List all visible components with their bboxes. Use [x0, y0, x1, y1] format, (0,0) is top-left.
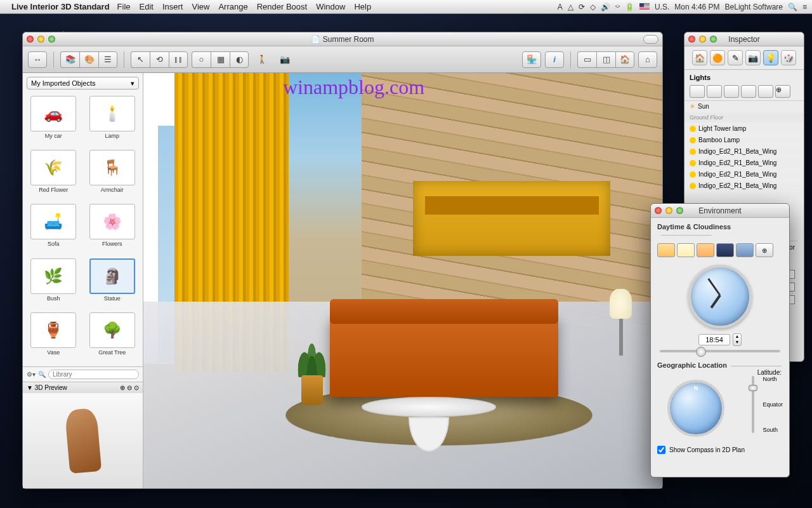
zoom-in-icon[interactable]: ⊕	[120, 384, 125, 391]
tab-building[interactable]: 🎲	[781, 50, 796, 65]
app-name[interactable]: Live Interior 3D Standard	[11, 2, 110, 11]
daytime-clock[interactable]	[688, 265, 752, 328]
close-button[interactable]	[27, 36, 34, 43]
light-row[interactable]: Indigo_Ed2_R1_Beta_Wing	[684, 169, 804, 180]
library-item[interactable]: 🚗My car	[25, 96, 82, 147]
menu-arrange[interactable]: Arrange	[218, 2, 247, 11]
camera-icon[interactable]: 📷	[275, 51, 294, 68]
library-item[interactable]: 🌾Red Flower	[25, 150, 82, 201]
library-item[interactable]: 🪑Armchair	[84, 150, 141, 201]
light-row[interactable]: Indigo_Ed2_R1_Beta_Wing	[684, 157, 804, 169]
library-search-input[interactable]	[48, 370, 139, 379]
notification-center-icon[interactable]: ≡	[802, 3, 807, 11]
tab-lights[interactable]: 💡	[763, 50, 778, 65]
main-titlebar[interactable]: 📄 Summer Room	[23, 32, 662, 46]
wifi-icon[interactable]: ⌔	[615, 3, 620, 11]
menu-renderboost[interactable]: Render Boost	[257, 2, 308, 11]
adobe-icon[interactable]: A	[558, 3, 563, 11]
menu-file[interactable]: File	[117, 2, 131, 11]
rotate-tool[interactable]: ⟲	[150, 51, 169, 68]
input-locale[interactable]: U.S.	[655, 3, 669, 11]
wall-tool[interactable]: ⫿⫿	[169, 51, 188, 68]
menubar-app[interactable]: BeLight Software	[725, 3, 783, 11]
stop-tool[interactable]: ◐	[230, 51, 249, 68]
compass[interactable]	[667, 380, 724, 437]
home-button[interactable]: ⌂	[638, 51, 657, 68]
light-row[interactable]: Bamboo Lamp	[684, 135, 804, 146]
light-preset[interactable]	[741, 85, 756, 98]
record-tool[interactable]: ○	[192, 51, 211, 68]
library-category-dropdown[interactable]: My Imported Objects ▾	[27, 77, 139, 90]
select-tool[interactable]: ↖	[131, 51, 150, 68]
menu-view[interactable]: View	[192, 2, 209, 11]
library-item[interactable]: 🕯️Lamp	[84, 96, 141, 147]
info-button[interactable]: i	[545, 51, 564, 68]
tab-materials[interactable]: 🟠	[710, 50, 725, 65]
library-item[interactable]: 🏺Vase	[25, 312, 82, 364]
zoom-button[interactable]	[48, 36, 55, 43]
library-item[interactable]: 🌳Great Tree	[84, 312, 141, 364]
time-preset-day[interactable]	[677, 243, 695, 257]
latitude-slider[interactable]	[749, 376, 757, 433]
menu-window[interactable]: Window	[316, 2, 345, 11]
spotlight-icon[interactable]: 🔍	[788, 3, 797, 11]
tab-objects[interactable]: 🏠	[692, 50, 707, 65]
dropbox-icon[interactable]: ◇	[590, 3, 596, 11]
library-item[interactable]: 🌿Bush	[25, 258, 82, 310]
3d-warehouse-button[interactable]: 🏪	[522, 51, 541, 68]
library-item-selected[interactable]: 🗿Statue	[84, 258, 141, 310]
disclosure-icon[interactable]: ▼	[27, 384, 33, 391]
light-preset[interactable]	[707, 85, 722, 98]
close-button[interactable]	[655, 207, 662, 214]
volume-icon[interactable]: 🔊	[601, 3, 610, 11]
close-button[interactable]	[688, 36, 695, 43]
tab-2d[interactable]: ✎	[728, 50, 743, 65]
light-row[interactable]: Light Tower lamp	[684, 123, 804, 135]
preview-viewport[interactable]	[23, 393, 143, 488]
time-preset-cloudy[interactable]	[736, 243, 754, 257]
walk-icon[interactable]: 🚶	[252, 51, 272, 68]
gear-icon[interactable]: ⚙︎▾	[27, 371, 36, 378]
view-2d-button[interactable]: ▭	[577, 51, 596, 68]
menu-edit[interactable]: Edit	[140, 2, 154, 11]
light-preset[interactable]	[758, 85, 773, 98]
3d-viewport[interactable]	[143, 73, 662, 488]
back-button[interactable]: ↔	[28, 51, 47, 68]
zoom-button[interactable]	[676, 207, 683, 214]
menu-help[interactable]: Help	[354, 2, 371, 11]
tab-cameras[interactable]: 📷	[745, 50, 761, 65]
menu-insert[interactable]: Insert	[162, 2, 183, 11]
time-stepper[interactable]: ▲▼	[733, 333, 742, 346]
environment-titlebar[interactable]: Environment	[651, 204, 789, 218]
toolbar-toggle[interactable]	[643, 35, 658, 44]
light-row[interactable]: Indigo_Ed2_R1_Beta_Wing	[684, 146, 804, 157]
time-preset-custom[interactable]: ⊕	[756, 243, 773, 257]
time-preset-night[interactable]	[716, 243, 734, 257]
light-preset[interactable]	[724, 85, 739, 98]
battery-icon[interactable]: 🔋	[625, 3, 634, 11]
time-input[interactable]	[698, 334, 730, 345]
library-toggle[interactable]: 📚	[60, 51, 79, 68]
light-row[interactable]: Indigo_Ed2_R1_Beta_Wing	[684, 180, 804, 192]
minimize-button[interactable]	[37, 36, 44, 43]
light-preset[interactable]	[690, 85, 705, 98]
inspector-titlebar[interactable]: Inspector	[684, 32, 804, 46]
light-row-sun[interactable]: ☀Sun	[684, 101, 804, 112]
time-preset-dawn[interactable]	[657, 243, 675, 257]
show-compass-checkbox[interactable]	[657, 446, 665, 454]
library-item[interactable]: 🛋️Sofa	[25, 204, 82, 255]
menubar-clock[interactable]: Mon 4:46 PM	[674, 3, 719, 11]
minimize-button[interactable]	[699, 36, 706, 43]
view-split-button[interactable]: ◫	[596, 51, 615, 68]
input-flag-icon[interactable]	[639, 3, 650, 10]
library-item[interactable]: 🌸Flowers	[84, 204, 141, 255]
layers-toggle[interactable]: ☰	[98, 51, 117, 68]
minimize-button[interactable]	[665, 207, 672, 214]
zoom-reset-icon[interactable]: ⊙	[134, 384, 139, 391]
time-preset-dusk[interactable]	[697, 243, 714, 257]
zoom-out-icon[interactable]: ⊖	[127, 384, 132, 391]
cloud-icon[interactable]: △	[568, 3, 573, 11]
play-tool[interactable]: ▦	[211, 51, 230, 68]
cloudiness-slider[interactable]	[660, 350, 780, 352]
light-preset-add[interactable]: ⊕	[775, 85, 790, 98]
